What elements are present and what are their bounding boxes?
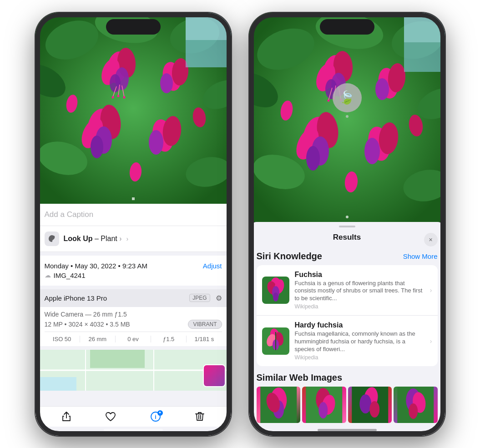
trash-icon (195, 411, 205, 422)
leaf-icon (47, 234, 56, 243)
home-indicator (104, 429, 163, 431)
svg-point-101 (318, 402, 328, 418)
left-phone: Add a Caption Look Up – Plant › › Monday… (35, 13, 231, 436)
knowledge-card: Fuchsia Fuchsia is a genus of flowering … (257, 265, 438, 366)
photo-indicator-right (346, 216, 349, 218)
svg-point-104 (359, 394, 371, 413)
fuchsia-text: Fuchsia Fuchsia is a genus of flowering … (295, 271, 424, 310)
svg-point-105 (369, 401, 379, 418)
sheet-title: Results (333, 233, 361, 242)
heart-icon (105, 412, 116, 422)
device-section: Apple iPhone 13 Pro JPEG ⚙ Wide Camera —… (35, 289, 231, 346)
share-button[interactable] (61, 412, 71, 422)
caption-placeholder: Add a Caption (45, 210, 94, 219)
right-home-indicator (318, 429, 377, 431)
hardy-fuchsia-text: Hardy fuchsia Fuchsia magellanica, commo… (295, 321, 424, 361)
results-sheet: Results × Siri Knowledge Show More (249, 222, 445, 436)
hardy-fuchsia-chevron-icon: › (430, 337, 432, 345)
date-text: Monday • May 30, 2022 • 9:23 AM (45, 262, 147, 270)
siri-bubble-dot (346, 115, 349, 118)
lookup-chevron-icon: › (126, 235, 129, 242)
favorite-button[interactable] (105, 412, 116, 422)
svg-point-15 (160, 73, 173, 93)
hardy-fuchsia-name: Hardy fuchsia (295, 321, 424, 329)
web-images-header: Similar Web Images (257, 372, 438, 383)
web-image-3[interactable] (348, 387, 392, 423)
svg-rect-34 (186, 13, 231, 40)
web-image-1[interactable] (257, 387, 301, 423)
exif-iso: ISO 50 (45, 336, 80, 342)
svg-point-23 (149, 130, 163, 155)
sheet-content[interactable]: Siri Knowledge Show More (249, 247, 445, 436)
exif-ev: 0 ev (116, 336, 151, 342)
camera-info: Wide Camera — 26 mm ƒ1.5 12 MP • 3024 × … (35, 307, 231, 346)
info-button[interactable]: i ✦ (150, 411, 161, 422)
svg-point-79 (327, 99, 329, 101)
hardy-fuchsia-item[interactable]: Hardy fuchsia Fuchsia magellanica, commo… (257, 316, 438, 366)
adjust-button[interactable]: Adjust (203, 262, 222, 270)
map-thumbnail (203, 364, 226, 387)
exif-aperture: ƒ1.5 (151, 336, 187, 342)
vibrant-badge: VIBRANT (188, 320, 222, 329)
sheet-handle[interactable] (339, 226, 355, 227)
fuchsia-desc: Fuchsia is a genus of flowering plants t… (295, 280, 424, 303)
fuchsia-source: Wikipedia (295, 303, 424, 310)
delete-button[interactable] (195, 411, 205, 422)
lookup-row[interactable]: Look Up – Plant › › (35, 226, 231, 252)
lookup-label: Look Up – Plant › (64, 235, 122, 243)
map-section (35, 350, 231, 391)
svg-point-31 (117, 95, 119, 97)
device-header: Apple iPhone 13 Pro JPEG ⚙ (35, 289, 231, 307)
photo-indicator (132, 197, 135, 200)
left-screen: Add a Caption Look Up – Plant › › Monday… (35, 13, 231, 436)
right-dynamic-island (320, 19, 374, 35)
svg-text:i: i (155, 413, 156, 420)
svg-point-30 (123, 96, 125, 98)
caption-area[interactable]: Add a Caption (35, 204, 231, 226)
hardy-fuchsia-source: Wikipedia (295, 354, 424, 361)
right-phone: 🍃 Results × (249, 13, 445, 436)
info-badge: ✦ (157, 410, 163, 416)
fuchsia-chevron-icon: › (430, 287, 432, 294)
flower-photo-right: 🍃 (249, 13, 445, 222)
exif-focal: 26 mm (80, 336, 116, 342)
hardy-fuchsia-desc: Fuchsia magellanica, commonly known as t… (295, 330, 424, 353)
svg-point-109 (409, 403, 418, 419)
device-name: Apple iPhone 13 Pro (45, 294, 107, 302)
svg-rect-81 (404, 13, 445, 42)
siri-knowledge-header: Siri Knowledge Show More (257, 251, 438, 262)
web-images-title: Similar Web Images (257, 372, 343, 383)
svg-rect-42 (90, 350, 145, 368)
exif-row: ISO 50 26 mm 0 ev ƒ1.5 1/181 s (45, 332, 222, 342)
right-screen: 🍃 Results × (249, 13, 445, 436)
lookup-icon-wrap (45, 232, 59, 246)
camera-row: Wide Camera — 26 mm ƒ1.5 (45, 311, 222, 318)
fuchsia-name: Fuchsia (295, 271, 424, 279)
siri-leaf-icon: 🍃 (339, 90, 355, 105)
settings-icon: ⚙ (216, 294, 222, 302)
cloud-icon: ☁ (45, 272, 51, 279)
web-image-2[interactable] (302, 387, 346, 423)
siri-knowledge-title: Siri Knowledge (257, 251, 322, 262)
main-container: Add a Caption Look Up – Plant › › Monday… (0, 0, 480, 448)
siri-visual-search-bubble[interactable]: 🍃 (333, 83, 362, 112)
svg-point-87 (273, 292, 278, 302)
mp-text: 12 MP • 3024 × 4032 • 3.5 MB (45, 321, 130, 328)
svg-point-62 (375, 78, 389, 100)
dynamic-island (106, 19, 161, 35)
info-section: Monday • May 30, 2022 • 9:23 AM Adjust ☁… (35, 256, 231, 286)
web-images-section: Similar Web Images (257, 372, 438, 423)
web-images-row (257, 387, 438, 423)
svg-rect-41 (40, 377, 76, 391)
web-image-4[interactable] (394, 387, 438, 423)
exif-shutter: 1/181 s (187, 336, 222, 342)
bottom-toolbar: i ✦ (35, 406, 231, 427)
close-button[interactable]: × (424, 233, 438, 247)
fuchsia-item[interactable]: Fuchsia Fuchsia is a genus of flowering … (257, 265, 438, 316)
show-more-button[interactable]: Show More (403, 252, 438, 260)
map-svg (35, 350, 231, 391)
jpeg-badge: JPEG (189, 294, 210, 302)
fuchsia-thumbnail (262, 277, 289, 304)
filename-text: IMG_4241 (54, 272, 86, 279)
right-content: 🍃 Results × (249, 13, 445, 436)
